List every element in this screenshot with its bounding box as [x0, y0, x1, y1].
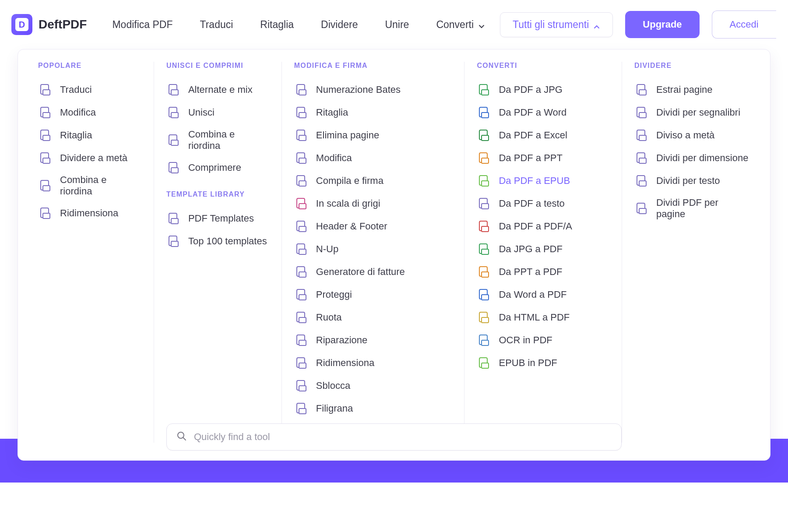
- tool-label: Dividi per segnalibri: [656, 107, 740, 118]
- nav-translate[interactable]: Traduci: [188, 13, 246, 37]
- convert-item[interactable]: Da PPT a PDF: [477, 261, 609, 283]
- split-item[interactable]: Dividi PDF per pagine: [634, 192, 750, 225]
- search-input[interactable]: [194, 431, 612, 443]
- template-item[interactable]: PDF Templates: [166, 207, 269, 230]
- nav-convert[interactable]: Converti: [424, 13, 497, 37]
- edit-sign-item[interactable]: Modifica: [294, 147, 452, 169]
- merge-compress-item[interactable]: Comprimere: [166, 156, 269, 179]
- tool-icon: [478, 106, 491, 119]
- popular-item[interactable]: Ridimensiona: [38, 202, 141, 225]
- tool-icon: [167, 106, 180, 119]
- tool-label: Da PDF a testo: [499, 198, 564, 209]
- edit-sign-item[interactable]: Filigrana: [294, 397, 452, 420]
- nav-crop[interactable]: Ritaglia: [248, 13, 306, 37]
- nav-all-tools[interactable]: Tutti gli strumenti: [500, 12, 613, 37]
- svg-rect-43: [299, 295, 306, 300]
- svg-rect-91: [639, 181, 646, 186]
- tool-label: Ritaglia: [60, 130, 92, 141]
- convert-item[interactable]: Da HTML a PDF: [477, 306, 609, 329]
- split-item[interactable]: Dividi per testo: [634, 169, 750, 192]
- svg-rect-33: [299, 181, 306, 186]
- col-title-template: TEMPLATE LIBRARY: [166, 190, 269, 198]
- tool-label: Unisci: [188, 107, 215, 118]
- popular-item[interactable]: Traduci: [38, 78, 141, 101]
- merge-compress-item[interactable]: Unisci: [166, 101, 269, 124]
- svg-rect-59: [482, 113, 489, 118]
- convert-item[interactable]: Da PDF a Word: [477, 101, 609, 124]
- svg-rect-41: [299, 272, 306, 277]
- convert-item[interactable]: Da Word a PDF: [477, 283, 609, 306]
- tool-label: In scala di grigi: [316, 198, 380, 209]
- logo-icon[interactable]: D: [11, 14, 32, 35]
- popular-item[interactable]: Dividere a metà: [38, 147, 141, 169]
- tool-icon: [635, 106, 648, 119]
- edit-sign-item[interactable]: Ritaglia: [294, 101, 452, 124]
- split-item[interactable]: Estrai pagine: [634, 78, 750, 101]
- tool-icon: [295, 265, 308, 278]
- tool-label: Ridimensiona: [316, 357, 374, 369]
- merge-compress-item[interactable]: Alternate e mix: [166, 78, 269, 101]
- tool-icon: [39, 207, 52, 220]
- popular-item[interactable]: Modifica: [38, 101, 141, 124]
- svg-rect-65: [482, 181, 489, 186]
- upgrade-button[interactable]: Upgrade: [625, 11, 699, 38]
- tool-label: EPUB in PDF: [499, 357, 557, 369]
- tool-icon: [295, 151, 308, 165]
- nav-edit-pdf[interactable]: Modifica PDF: [100, 13, 185, 37]
- convert-item[interactable]: Da PDF a Excel: [477, 124, 609, 147]
- svg-rect-13: [171, 90, 178, 95]
- convert-item[interactable]: EPUB in PDF: [477, 352, 609, 374]
- convert-item[interactable]: Da PDF a EPUB: [477, 169, 609, 192]
- search-bar[interactable]: [166, 423, 622, 451]
- tool-icon: [295, 311, 308, 324]
- edit-sign-item[interactable]: Proteggi: [294, 283, 452, 306]
- edit-sign-item[interactable]: Ridimensiona: [294, 352, 452, 374]
- edit-sign-item[interactable]: Header & Footer: [294, 215, 452, 238]
- tool-label: Da PDF a JPG: [499, 84, 562, 95]
- svg-rect-93: [639, 208, 646, 214]
- tool-label: Da JPG a PDF: [499, 243, 562, 255]
- convert-item[interactable]: Da PDF a testo: [477, 192, 609, 215]
- edit-sign-item[interactable]: Sblocca: [294, 374, 452, 397]
- merge-compress-item[interactable]: Combina e riordina: [166, 124, 269, 156]
- popular-item[interactable]: Ritaglia: [38, 124, 141, 147]
- tool-label: Da PDF a Word: [499, 107, 566, 118]
- tool-icon: [635, 202, 648, 215]
- convert-item[interactable]: Da PDF a JPG: [477, 78, 609, 101]
- edit-sign-item[interactable]: In scala di grigi: [294, 192, 452, 215]
- svg-rect-67: [482, 204, 489, 209]
- convert-item[interactable]: OCR in PDF: [477, 329, 609, 352]
- split-item[interactable]: Dividi per dimensione: [634, 147, 750, 169]
- login-button[interactable]: Accedi: [712, 11, 776, 39]
- convert-item[interactable]: Da PDF a PDF/A: [477, 215, 609, 238]
- edit-sign-item[interactable]: Elimina pagine: [294, 124, 452, 147]
- tool-icon: [167, 212, 180, 225]
- convert-item[interactable]: Da JPG a PDF: [477, 238, 609, 261]
- split-item[interactable]: Diviso a metà: [634, 124, 750, 147]
- split-item[interactable]: Dividi per segnalibri: [634, 101, 750, 124]
- tool-icon: [167, 235, 180, 248]
- svg-rect-31: [299, 158, 306, 163]
- svg-rect-25: [299, 90, 306, 95]
- svg-rect-19: [171, 168, 178, 173]
- col-popular: POPOLARE TraduciModificaRitagliaDividere…: [26, 62, 154, 443]
- edit-sign-item[interactable]: Ruota: [294, 306, 452, 329]
- tool-label: Estrai pagine: [656, 84, 712, 95]
- svg-rect-83: [639, 90, 646, 95]
- edit-sign-item[interactable]: Riparazione: [294, 329, 452, 352]
- nav-split[interactable]: Dividere: [309, 13, 370, 37]
- popular-item[interactable]: Combina e riordina: [38, 169, 141, 202]
- edit-sign-item[interactable]: N-Up: [294, 238, 452, 261]
- convert-item[interactable]: Da PDF a PPT: [477, 147, 609, 169]
- svg-rect-81: [482, 363, 489, 368]
- tool-icon: [39, 129, 52, 142]
- brand-name[interactable]: DeftPDF: [39, 18, 87, 32]
- nav-merge[interactable]: Unire: [373, 13, 421, 37]
- edit-sign-item[interactable]: Numerazione Bates: [294, 78, 452, 101]
- svg-rect-51: [299, 386, 306, 391]
- edit-sign-item[interactable]: Compila e firma: [294, 169, 452, 192]
- nav-label: Ritaglia: [260, 19, 294, 31]
- svg-rect-87: [639, 135, 646, 141]
- template-item[interactable]: Top 100 templates: [166, 230, 269, 253]
- edit-sign-item[interactable]: Generatore di fatture: [294, 261, 452, 283]
